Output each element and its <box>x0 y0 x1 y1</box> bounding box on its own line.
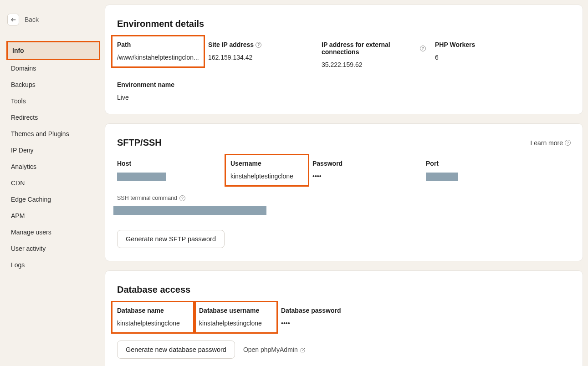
database-access-title: Database access <box>117 285 571 295</box>
sidebar-item-themes-plugins[interactable]: Themes and Plugins <box>6 126 105 142</box>
field-db-username: Database username kinstahelptestingclone <box>199 307 281 327</box>
site-ip-value: 162.159.134.42 <box>208 54 312 61</box>
db-username-value: kinstahelptestingclone <box>199 320 272 327</box>
sidebar-item-cdn[interactable]: CDN <box>6 175 105 191</box>
field-password: Password •••• <box>312 160 426 182</box>
db-password-label: Database password <box>281 307 423 314</box>
field-host: Host <box>117 160 230 182</box>
db-password-value: •••• <box>281 320 423 327</box>
external-link-icon <box>300 347 305 352</box>
php-workers-value: 6 <box>435 54 539 61</box>
back-label: Back <box>25 16 39 23</box>
field-port: Port <box>426 160 539 182</box>
username-value: kinstahelptestingclone <box>230 173 303 180</box>
env-name-value: Live <box>117 94 221 101</box>
username-label: Username <box>230 160 303 167</box>
learn-more-label: Learn more <box>530 139 563 147</box>
sidebar-item-logs[interactable]: Logs <box>6 257 105 273</box>
php-workers-label: PHP Workers <box>435 41 539 48</box>
info-icon: ? <box>565 140 571 146</box>
field-site-ip: Site IP address ? 162.159.134.42 <box>208 41 322 68</box>
main-content: Environment details Path /www/kinstahelp… <box>105 0 588 366</box>
path-value: /www/kinstahelptestingclon... <box>117 54 199 61</box>
database-access-card: Database access Database name kinstahelp… <box>105 270 583 366</box>
external-ip-label: IP address for external connections <box>322 41 418 56</box>
sidebar-item-manage-users[interactable]: Manage users <box>6 224 105 240</box>
generate-db-password-button[interactable]: Generate new database password <box>117 341 235 359</box>
host-value-redacted <box>117 173 166 181</box>
field-db-password: Database password •••• <box>281 307 432 327</box>
open-phpmyadmin-label: Open phpMyAdmin <box>243 346 298 353</box>
ssh-command-redacted <box>113 206 266 215</box>
sidebar-item-backups[interactable]: Backups <box>6 76 105 93</box>
sidebar-item-redirects[interactable]: Redirects <box>6 109 105 126</box>
field-db-name: Database name kinstahelptestingclone <box>117 307 199 327</box>
field-username: Username kinstahelptestingclone <box>230 160 312 182</box>
external-ip-value: 35.222.159.62 <box>322 61 426 68</box>
sidebar-item-tools[interactable]: Tools <box>6 93 105 109</box>
db-name-label: Database name <box>117 307 190 314</box>
sftp-ssh-title: SFTP/SSH <box>117 137 162 148</box>
password-value: •••• <box>312 173 417 180</box>
sidebar: Back Info Domains Backups Tools Redirect… <box>0 0 105 366</box>
environment-details-title: Environment details <box>117 19 571 29</box>
env-name-label: Environment name <box>117 81 221 88</box>
sidebar-item-user-activity[interactable]: User activity <box>6 240 105 257</box>
sidebar-item-domains[interactable]: Domains <box>6 60 105 76</box>
ssh-command-label: SSH terminal command <box>117 195 177 201</box>
host-label: Host <box>117 160 221 167</box>
sidebar-item-info[interactable]: Info <box>8 42 99 59</box>
sidebar-item-ip-deny[interactable]: IP Deny <box>6 142 105 158</box>
path-label: Path <box>117 41 199 48</box>
site-ip-label: Site IP address <box>208 41 254 48</box>
sidebar-item-apm[interactable]: APM <box>6 208 105 224</box>
field-path: Path /www/kinstahelptestingclon... <box>117 41 208 68</box>
field-php-workers: PHP Workers 6 <box>435 41 548 68</box>
db-username-label: Database username <box>199 307 272 314</box>
info-icon[interactable]: ? <box>256 42 261 48</box>
open-phpmyadmin-link[interactable]: Open phpMyAdmin <box>243 346 305 353</box>
svg-line-1 <box>302 348 305 351</box>
arrow-left-icon <box>10 17 16 23</box>
field-external-ip: IP address for external connections ? 35… <box>322 41 435 68</box>
environment-details-card: Environment details Path /www/kinstahelp… <box>105 5 583 114</box>
sidebar-item-analytics[interactable]: Analytics <box>6 158 105 175</box>
db-name-value: kinstahelptestingclone <box>117 320 190 327</box>
password-label: Password <box>312 160 417 167</box>
info-icon[interactable]: ? <box>420 46 426 51</box>
back-button[interactable] <box>7 14 19 25</box>
port-value-redacted <box>426 173 458 181</box>
field-env-name: Environment name Live <box>117 81 230 101</box>
ssh-command-row: SSH terminal command ? <box>117 195 571 216</box>
learn-more-link[interactable]: Learn more ? <box>530 139 571 147</box>
generate-sftp-password-button[interactable]: Generate new SFTP password <box>117 230 225 248</box>
sftp-ssh-card: SFTP/SSH Learn more ? Host Username kins… <box>105 123 583 261</box>
sidebar-item-edge-caching[interactable]: Edge Caching <box>6 191 105 208</box>
info-icon[interactable]: ? <box>179 195 185 201</box>
nav-list: Info Domains Backups Tools Redirects The… <box>6 41 105 273</box>
port-label: Port <box>426 160 530 167</box>
